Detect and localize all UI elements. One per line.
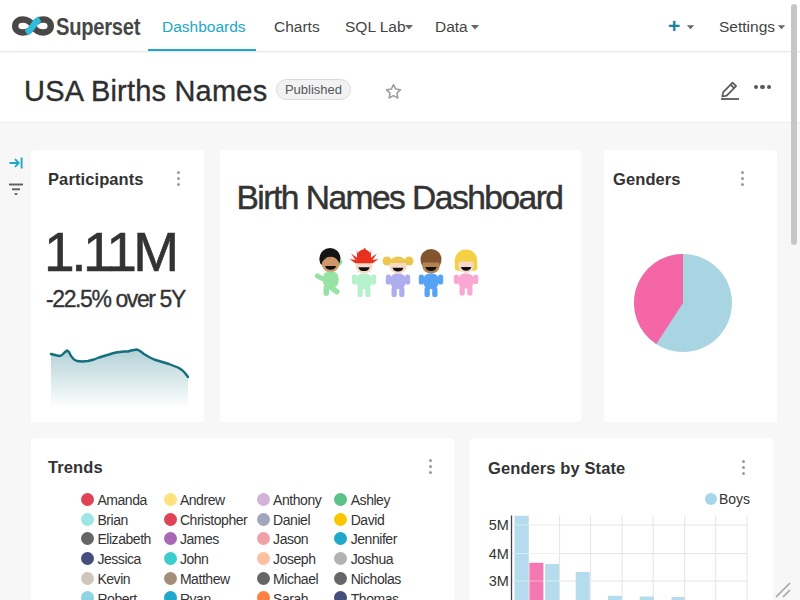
svg-text:4M: 4M <box>489 546 509 562</box>
svg-text:3M: 3M <box>489 573 509 589</box>
svg-text:5M: 5M <box>489 517 509 533</box>
